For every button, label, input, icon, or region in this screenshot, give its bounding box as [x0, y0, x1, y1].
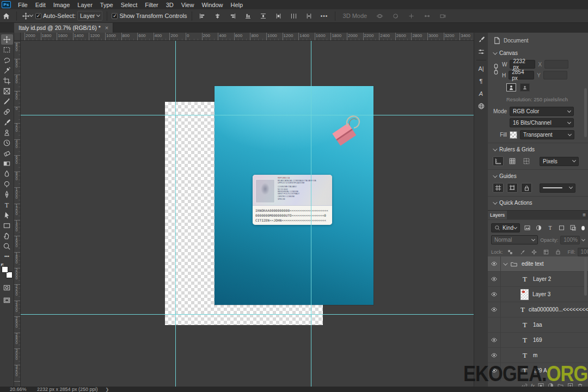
- menu-edit[interactable]: Edit: [32, 2, 50, 8]
- libraries-panel-icon[interactable]: [475, 100, 487, 112]
- camera-3d-icon[interactable]: [437, 11, 449, 21]
- properties-document-row[interactable]: Document: [488, 36, 588, 45]
- blur-tool[interactable]: [1, 169, 13, 179]
- quick-actions-section-header[interactable]: Quick Actions: [488, 200, 588, 206]
- properties-scrollbar[interactable]: [584, 88, 587, 137]
- lock-all-icon[interactable]: [553, 247, 564, 256]
- show-transform-control[interactable]: ✓ Show Transform Controls: [112, 13, 187, 19]
- slide-3d-icon[interactable]: [421, 11, 433, 21]
- height-input[interactable]: 2854 px: [509, 71, 534, 79]
- portrait-orientation-button[interactable]: [506, 83, 516, 91]
- guide-horizontal[interactable]: [21, 314, 474, 315]
- pen-tool[interactable]: [1, 189, 13, 200]
- healing-tool[interactable]: [1, 107, 13, 117]
- object-selection-tool[interactable]: [1, 65, 13, 76]
- distribute-gaps-icon[interactable]: [303, 11, 315, 21]
- quick-mask-button[interactable]: [1, 283, 13, 293]
- brush-tool[interactable]: [1, 117, 13, 127]
- layer-row[interactable]: T129 A: [488, 363, 588, 378]
- brush-settings-icon[interactable]: [475, 33, 487, 45]
- grid-subdivisions-button[interactable]: [521, 156, 532, 166]
- foreground-color[interactable]: [2, 266, 8, 273]
- menu-file[interactable]: File: [14, 2, 32, 8]
- paragraph-panel-icon[interactable]: ¶: [475, 75, 487, 87]
- layer-filter-toggle[interactable]: [581, 226, 585, 230]
- edit-toolbar-tool[interactable]: •••: [1, 252, 13, 262]
- screen-mode-button[interactable]: [1, 295, 13, 305]
- align-horizontal-centers-icon[interactable]: [212, 11, 224, 21]
- auto-select-target-dropdown[interactable]: Layer: [77, 11, 103, 21]
- layer-row[interactable]: Tcita0000000...<<<<<<<<0 d: [488, 302, 588, 317]
- character-panel-icon[interactable]: A|: [475, 63, 487, 75]
- eyedropper-tool[interactable]: [1, 96, 13, 107]
- more-options-icon[interactable]: •••: [318, 11, 330, 21]
- distribute-vertical-icon[interactable]: [273, 11, 285, 21]
- visibility-toggle[interactable]: [488, 272, 501, 287]
- zoom-tool[interactable]: [1, 241, 13, 252]
- menu-select[interactable]: Select: [117, 2, 142, 8]
- fill-swatch[interactable]: [510, 131, 517, 139]
- horizontal-ruler[interactable]: 2000180016001400120010008006004002000200…: [14, 33, 474, 41]
- lock-paint-icon[interactable]: [517, 247, 528, 256]
- smart-objects-filter-icon[interactable]: [568, 223, 578, 232]
- visibility-toggle[interactable]: [488, 348, 501, 363]
- pixel-layers-filter-icon[interactable]: [522, 223, 532, 232]
- visibility-toggle[interactable]: [488, 333, 501, 348]
- layer-row[interactable]: edite text: [488, 256, 588, 272]
- visibility-toggle[interactable]: [488, 363, 501, 378]
- layer-row[interactable]: T1aa: [488, 317, 588, 333]
- guide-vertical[interactable]: [175, 41, 176, 387]
- color-mode-dropdown[interactable]: RGB Color: [510, 107, 574, 116]
- canvas-pasteboard[interactable]: REPUBBLICARILASCIATA DAL COMUNALE ITALIA…: [21, 41, 474, 387]
- align-right-edges-icon[interactable]: [227, 11, 239, 21]
- guide-style-dropdown[interactable]: [540, 183, 575, 193]
- history-brush-tool[interactable]: [1, 138, 13, 148]
- auto-select-checkbox[interactable]: ✓: [35, 13, 41, 19]
- menu-view[interactable]: View: [177, 2, 198, 8]
- visibility-toggle-hidden[interactable]: [488, 317, 501, 333]
- layer-row[interactable]: Layer 3: [488, 287, 588, 302]
- shape-layers-filter-icon[interactable]: [556, 223, 567, 232]
- width-input[interactable]: 2232 px: [510, 60, 535, 69]
- menu-image[interactable]: Image: [50, 2, 74, 8]
- auto-select-control[interactable]: ✓ Auto-Select: Layer: [35, 11, 102, 21]
- guide-horizontal[interactable]: [21, 115, 474, 115]
- rulers-grids-section-header[interactable]: Rulers & Grids: [488, 146, 588, 152]
- menu-layer[interactable]: Layer: [74, 2, 96, 8]
- gradient-tool[interactable]: [1, 158, 13, 169]
- shape-tool[interactable]: [1, 220, 13, 231]
- path-select-tool[interactable]: [1, 210, 13, 220]
- menu-window[interactable]: Window: [198, 2, 226, 8]
- default-colors-icon[interactable]: ◩: [1, 262, 4, 266]
- lasso-tool[interactable]: [1, 55, 13, 65]
- dodge-tool[interactable]: [1, 179, 13, 189]
- glyphs-panel-icon[interactable]: A: [475, 88, 487, 100]
- crop-tool[interactable]: [1, 76, 13, 86]
- layer-row[interactable]: Tm: [488, 348, 588, 363]
- guides-section-header[interactable]: Guides: [488, 173, 588, 179]
- menu-help[interactable]: Help: [227, 2, 247, 8]
- tool-presets-icon[interactable]: [475, 46, 487, 58]
- vertical-ruler[interactable]: 8006004002000200400600800100012001400160…: [14, 41, 21, 387]
- bit-depth-dropdown[interactable]: 16 Bits/Channel: [510, 118, 574, 127]
- guides-from-shape-button[interactable]: [507, 183, 518, 193]
- tab-layers[interactable]: Layers: [488, 211, 507, 219]
- distribute-top-icon[interactable]: [258, 11, 270, 21]
- layers-scrollbar[interactable]: [584, 258, 587, 296]
- lock-position-icon[interactable]: [529, 247, 540, 256]
- marquee-tool[interactable]: [1, 45, 13, 55]
- layer-filter-kind-dropdown[interactable]: Kind: [491, 223, 520, 232]
- show-transform-checkbox[interactable]: ✓: [112, 13, 118, 19]
- align-left-edges-icon[interactable]: [197, 11, 209, 21]
- clone-stamp-tool[interactable]: [1, 127, 13, 138]
- hand-tool[interactable]: [1, 231, 13, 241]
- color-chips[interactable]: ◩: [2, 266, 13, 278]
- visibility-toggle[interactable]: [488, 256, 501, 272]
- adjustment-layers-filter-icon[interactable]: [534, 223, 544, 232]
- move-tool[interactable]: [1, 34, 13, 45]
- fill-dropdown[interactable]: Transparent: [520, 130, 574, 139]
- zoom-level-field[interactable]: 20.66%: [10, 387, 29, 392]
- ruler-units-dropdown[interactable]: Pixels: [540, 157, 579, 166]
- landscape-orientation-button[interactable]: [520, 83, 530, 91]
- lock-guides-button[interactable]: [521, 183, 532, 193]
